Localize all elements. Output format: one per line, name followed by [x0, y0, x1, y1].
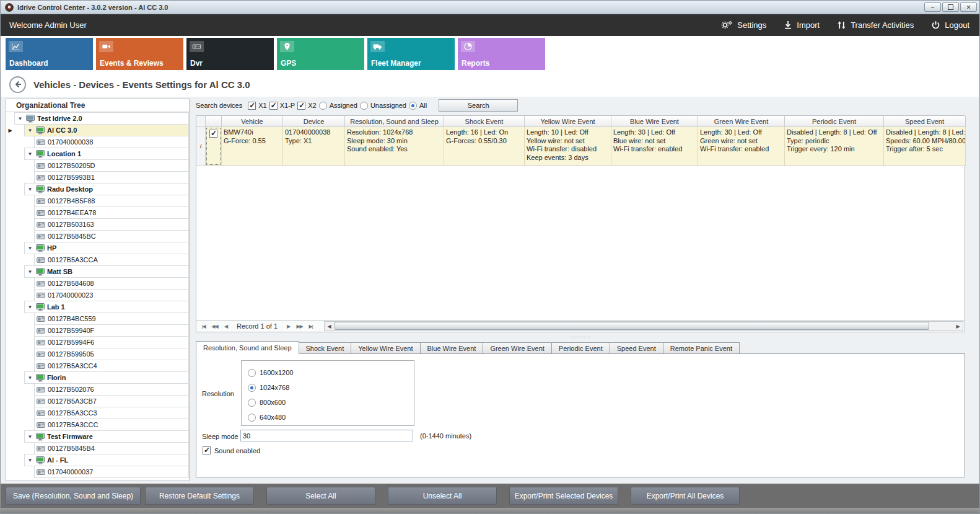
column-header-resolution-sound-and-sleep[interactable]: Resolution, Sound and Sleep [345, 116, 444, 127]
radio-icon[interactable] [248, 399, 256, 407]
tab-remote-panic-event[interactable]: Remote Panic Event [663, 342, 740, 354]
scroll-right-arrow[interactable]: ▶ [953, 324, 963, 329]
tree-device-00127b5994f6[interactable]: 00127B5994F6 [6, 336, 189, 348]
nav-last-record-button[interactable]: ▶| [305, 322, 316, 331]
tile-reports[interactable]: Reports [458, 38, 545, 70]
save-resolution-sound-and-sleep-button[interactable]: Save (Resolution, Sound and Sleep) [6, 487, 141, 505]
tree-device-00127b5845b4[interactable]: 00127B5845B4 [6, 442, 189, 454]
expand-arrow-icon[interactable]: ▾ [27, 304, 33, 310]
row-select-cell[interactable] [206, 127, 222, 166]
tree-device-00127b5845bc[interactable]: 00127B5845BC [6, 230, 189, 242]
scrollbar-thumb[interactable] [335, 322, 929, 330]
minimize-button[interactable] [924, 2, 941, 12]
expand-arrow-icon[interactable]: ▾ [27, 245, 33, 251]
column-header-periodic-event[interactable]: Periodic Event [785, 116, 884, 127]
filter-radio-assigned[interactable]: Assigned [319, 102, 357, 110]
column-header-yellow-wire-event[interactable]: Yellow Wire Event [525, 116, 611, 127]
expand-arrow-icon[interactable]: ▾ [27, 127, 33, 133]
nav-next-record-button[interactable]: ▶ [283, 322, 294, 331]
nav-prev-record-button[interactable]: ◀ [221, 322, 231, 331]
tree-device-017040000038[interactable]: 017040000038 [6, 136, 189, 148]
tree-device-00127b502076[interactable]: 00127B502076 [6, 383, 189, 396]
tree-device-00127b4bc559[interactable]: 00127B4BC559 [6, 312, 189, 325]
tile-fleet-manager[interactable]: Fleet Manager [367, 38, 455, 70]
tree-node-radu-desktop[interactable]: ▾Radu Desktop [6, 183, 189, 195]
close-button[interactable] [960, 2, 977, 12]
tree-node-lab-1[interactable]: ▾Lab 1 [6, 301, 189, 313]
tree-device-00127b5993b1[interactable]: 00127B5993B1 [6, 171, 189, 184]
filter-checkbox-x2[interactable]: X2 [297, 102, 316, 110]
column-header-shock-event[interactable]: Shock Event [444, 116, 525, 127]
radio-icon[interactable] [319, 102, 327, 110]
tab-periodic-event[interactable]: Periodic Event [552, 342, 610, 354]
radio-icon[interactable] [248, 414, 256, 422]
nav-next-page-button[interactable]: ▶▶ [294, 322, 305, 331]
checkbox-icon[interactable] [269, 102, 278, 110]
filter-checkbox-x1-p[interactable]: X1-P [269, 102, 295, 110]
tab-shock-event[interactable]: Shock Event [299, 342, 352, 354]
tree-node-al-fl[interactable]: ▾Al - FL [6, 454, 189, 466]
column-header-blue-wire-event[interactable]: Blue Wire Event [611, 116, 698, 127]
tree-device-00127b4eea78[interactable]: 00127B4EEA78 [6, 206, 189, 219]
sleep-mode-input[interactable] [240, 430, 413, 441]
expand-arrow-icon[interactable]: ▾ [27, 374, 33, 381]
tile-events-reviews[interactable]: Events & Reviews [96, 38, 183, 70]
resolution-option-640x480[interactable]: 640x480 [248, 410, 414, 425]
splitter-grip-icon[interactable] [570, 335, 592, 339]
filter-radio-all[interactable]: All [409, 102, 427, 110]
import-button[interactable]: Import [784, 20, 820, 30]
tab-speed-event[interactable]: Speed Event [610, 342, 663, 354]
tree-node-matt-sb[interactable]: ▾Matt SB [6, 265, 189, 278]
resolution-option-800x600[interactable]: 800x600 [248, 395, 414, 410]
column-header-device[interactable]: Device [283, 116, 345, 127]
expand-arrow-icon[interactable]: ▾ [27, 457, 33, 463]
logout-button[interactable]: Logout [931, 20, 969, 30]
export-print-selected-devices-button[interactable]: Export/Print Selected Devices [509, 487, 618, 505]
scroll-left-arrow[interactable]: ◀ [325, 324, 334, 329]
checkbox-icon[interactable] [248, 102, 256, 110]
tree-device-00127b5a3cb7[interactable]: 00127B5A3CB7 [6, 395, 189, 407]
tree-device-00127b599505[interactable]: 00127B599505 [6, 348, 189, 360]
tree-device-00127b584608[interactable]: 00127B584608 [6, 277, 189, 290]
select-all-button[interactable]: Select All [266, 487, 375, 505]
tree-device-00127b50205d[interactable]: 00127B50205D [6, 159, 189, 172]
tree-device-017040000037[interactable]: 017040000037 [6, 466, 189, 478]
export-print-all-devices-button[interactable]: Export/Print All Devices [631, 487, 740, 505]
column-header-speed-event[interactable]: Speed Event [884, 116, 966, 127]
tree-node-location-1[interactable]: ▾Location 1 [6, 148, 189, 160]
resolution-option-1600x1200[interactable]: 1600x1200 [248, 365, 414, 380]
tree-node-florin[interactable]: ▾Florin [6, 371, 189, 384]
splitter[interactable] [196, 334, 965, 340]
tree-device-00127b503163[interactable]: 00127B503163 [6, 218, 189, 231]
tile-dashboard[interactable]: Dashboard [6, 38, 93, 70]
tree-device-00127b5a3cc4[interactable]: 00127B5A3CC4 [6, 360, 189, 372]
checkbox-icon[interactable] [297, 102, 305, 110]
transfer-activities-button[interactable]: Transfer Activities [837, 20, 914, 30]
nav-prev-page-button[interactable]: ◀◀ [209, 322, 220, 331]
filter-radio-unassigned[interactable]: Unassigned [360, 102, 406, 110]
sound-enabled-checkbox[interactable] [203, 446, 211, 454]
restore-default-settings-button[interactable]: Restore Default Settings [145, 487, 254, 505]
nav-first-record-button[interactable]: |◀ [198, 322, 209, 331]
tab-resolution-sound-and-sleep[interactable]: Resolution, Sound and Sleep [196, 341, 299, 354]
radio-icon[interactable] [360, 102, 368, 110]
tile-gps[interactable]: GPS [277, 38, 364, 70]
tree-node-al-cc-3-0[interactable]: ▶▾Al CC 3.0 [6, 124, 189, 136]
tile-dvr[interactable]: Dvr [186, 38, 274, 70]
scrollbar-track[interactable] [334, 322, 953, 330]
tree-device-00127b5a3ccc[interactable]: 00127B5A3CCC [6, 419, 189, 431]
tab-blue-wire-event[interactable]: Blue Wire Event [421, 342, 484, 354]
tree-node-test-idrive-2-0[interactable]: ▾Test Idrive 2.0 [6, 112, 189, 125]
maximize-button[interactable] [942, 2, 959, 12]
unselect-all-button[interactable]: Unselect All [388, 487, 497, 505]
tree-device-017040000023[interactable]: 017040000023 [6, 289, 189, 301]
resolution-option-1024x768[interactable]: 1024x768 [248, 380, 414, 395]
radio-icon[interactable] [248, 384, 256, 392]
tree-device-00127b59940f[interactable]: 00127B59940F [6, 324, 189, 337]
settings-button[interactable]: Settings [721, 20, 766, 30]
expand-arrow-icon[interactable]: ▾ [27, 268, 33, 275]
expand-arrow-icon[interactable]: ▾ [17, 115, 24, 122]
expand-arrow-icon[interactable]: ▾ [27, 433, 33, 440]
filter-checkbox-x1[interactable]: X1 [248, 102, 266, 110]
tree-device-00127b5a3cca[interactable]: 00127B5A3CCA [6, 254, 189, 266]
